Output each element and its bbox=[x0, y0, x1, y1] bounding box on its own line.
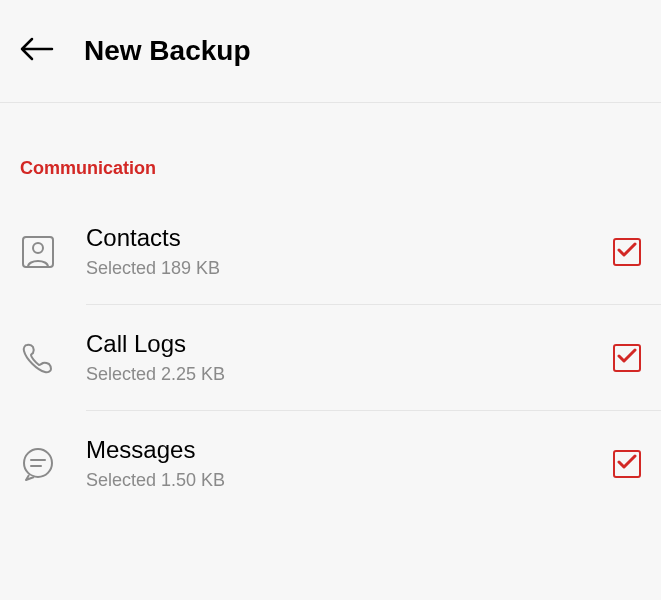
phone-icon bbox=[20, 340, 56, 376]
checkbox-call-logs[interactable] bbox=[613, 344, 641, 372]
item-content: Contacts Selected 189 KB bbox=[86, 224, 583, 279]
list-item-call-logs[interactable]: Call Logs Selected 2.25 KB bbox=[0, 305, 661, 410]
item-subtitle: Selected 189 KB bbox=[86, 258, 583, 279]
svg-point-2 bbox=[24, 449, 52, 477]
svg-point-1 bbox=[33, 243, 43, 253]
check-icon bbox=[617, 348, 637, 368]
list-item-messages[interactable]: Messages Selected 1.50 KB bbox=[0, 411, 661, 516]
arrow-left-icon bbox=[20, 37, 54, 65]
item-title: Contacts bbox=[86, 224, 583, 252]
back-button[interactable] bbox=[20, 37, 54, 65]
header: New Backup bbox=[0, 0, 661, 102]
item-title: Call Logs bbox=[86, 330, 583, 358]
messages-icon bbox=[20, 446, 56, 482]
item-content: Messages Selected 1.50 KB bbox=[86, 436, 583, 491]
check-icon bbox=[617, 242, 637, 262]
contacts-icon bbox=[20, 234, 56, 270]
checkbox-messages[interactable] bbox=[613, 450, 641, 478]
list-item-contacts[interactable]: Contacts Selected 189 KB bbox=[0, 199, 661, 304]
check-icon bbox=[617, 454, 637, 474]
item-subtitle: Selected 2.25 KB bbox=[86, 364, 583, 385]
item-title: Messages bbox=[86, 436, 583, 464]
item-content: Call Logs Selected 2.25 KB bbox=[86, 330, 583, 385]
backup-list: Contacts Selected 189 KB Call Logs Selec… bbox=[0, 199, 661, 516]
item-subtitle: Selected 1.50 KB bbox=[86, 470, 583, 491]
section-header: Communication bbox=[0, 103, 661, 199]
page-title: New Backup bbox=[84, 35, 251, 67]
checkbox-contacts[interactable] bbox=[613, 238, 641, 266]
